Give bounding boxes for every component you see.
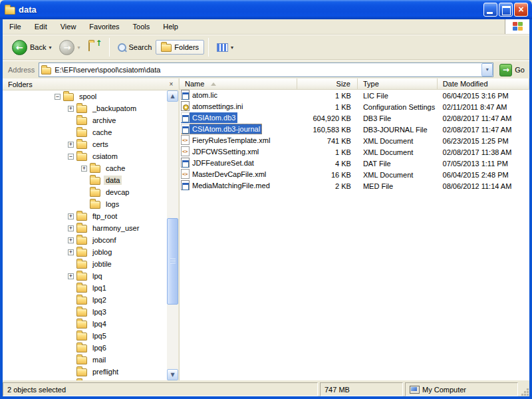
tree-item-spool[interactable]: −spool xyxy=(3,90,167,102)
tree-item-ftp_root[interactable]: +ftp_root xyxy=(3,210,167,222)
menu-file[interactable]: File xyxy=(3,19,28,34)
tree-item-lpq5[interactable]: −lpq5 xyxy=(3,330,167,342)
views-dropdown-icon[interactable]: ▾ xyxy=(231,45,233,51)
file-name-wrap[interactable]: JDFCWSSetting.xml xyxy=(181,146,261,157)
tree-item-cache[interactable]: −cache xyxy=(3,126,167,138)
tree-item-data[interactable]: −data xyxy=(3,174,167,186)
scroll-down-icon[interactable]: ▼ xyxy=(167,369,178,380)
tree-item-jobtile[interactable]: −jobtile xyxy=(3,258,167,270)
address-dropdown-icon[interactable]: ▾ xyxy=(481,63,493,76)
tree-scrollbar[interactable]: ▲ ▼ xyxy=(167,90,178,380)
file-name: JDFFeatureSet.dat xyxy=(192,159,254,167)
go-button[interactable]: → Go xyxy=(497,63,527,77)
file-name-wrap[interactable]: FieryRulesTemplate.xml xyxy=(181,135,272,146)
tree-item-_backupatom[interactable]: +_backupatom xyxy=(3,102,167,114)
sort-ascending-icon xyxy=(211,82,216,86)
tree-item-cache[interactable]: +cache xyxy=(3,162,167,174)
tree-item-preflight[interactable]: −preflight xyxy=(3,366,167,378)
expand-plus-icon[interactable]: + xyxy=(68,249,74,255)
menu-edit[interactable]: Edit xyxy=(28,19,54,34)
tree-item-lpq1[interactable]: −lpq1 xyxy=(3,282,167,294)
file-row[interactable]: CSIAtom.db3-journal160,583 KBDB3-JOURNAL… xyxy=(180,124,529,135)
status-selection: 2 objects selected xyxy=(3,382,318,396)
my-computer-icon xyxy=(410,386,419,394)
column-header-date-modified[interactable]: Date Modified xyxy=(438,78,529,89)
file-name-wrap[interactable]: CSIAtom.db3 xyxy=(181,112,237,123)
tree-item-lpq6[interactable]: −lpq6 xyxy=(3,342,167,354)
tree-item-label: cache xyxy=(90,128,114,137)
tree-item-label: lpq xyxy=(90,271,104,281)
scroll-up-icon[interactable]: ▲ xyxy=(167,90,178,102)
tree-item-lpq[interactable]: +lpq xyxy=(3,270,167,282)
expand-plus-icon[interactable]: + xyxy=(81,166,87,172)
address-path[interactable]: E:\EFI\server\spool\csiatom\data xyxy=(55,66,481,74)
file-row[interactable]: JDFFeatureSet.dat4 KBDAT File07/05/2013 … xyxy=(180,158,529,169)
expand-plus-icon[interactable]: + xyxy=(68,225,74,231)
file-row[interactable]: MasterDevCapFile.xml16 KBXML Document06/… xyxy=(180,169,529,180)
folder-icon xyxy=(76,356,87,364)
folder-icon xyxy=(76,117,87,125)
file-name-wrap[interactable]: JDFFeatureSet.dat xyxy=(181,158,256,168)
menu-view[interactable]: View xyxy=(54,19,83,34)
resize-grip[interactable] xyxy=(520,382,529,396)
tree-item-lpq2[interactable]: −lpq2 xyxy=(3,294,167,306)
tree-item-jobconf[interactable]: +jobconf xyxy=(3,234,167,246)
views-button[interactable]: ▾ xyxy=(213,41,237,54)
column-header-size[interactable]: Size xyxy=(297,78,358,89)
forward-button[interactable]: → ▾ xyxy=(55,38,84,57)
column-header-type[interactable]: Type xyxy=(358,78,438,89)
tree-item-csiatom[interactable]: −csiatom xyxy=(3,150,167,162)
file-name: MasterDevCapFile.xml xyxy=(192,170,266,178)
tree-item-archive[interactable]: −archive xyxy=(3,114,167,126)
up-button[interactable]: ↑ xyxy=(84,41,105,54)
file-row[interactable]: FieryRulesTemplate.xml741 KBXML Document… xyxy=(180,135,529,146)
tree-item-lpq4[interactable]: −lpq4 xyxy=(3,318,167,330)
file-row[interactable]: atom.lic1 KBLIC File06/04/2015 3:16 PM xyxy=(180,90,529,101)
file-name-wrap[interactable]: atomsettings.ini xyxy=(181,101,245,112)
folders-label: Folders xyxy=(174,43,199,51)
close-button[interactable]: × xyxy=(514,3,528,17)
tree-item-harmony_user[interactable]: +harmony_user xyxy=(3,222,167,234)
file-name-wrap[interactable]: atom.lic xyxy=(181,90,219,100)
back-dropdown-icon[interactable]: ▾ xyxy=(49,45,51,51)
address-input[interactable]: E:\EFI\server\spool\csiatom\data ▾ xyxy=(39,63,493,77)
expand-plus-icon[interactable]: + xyxy=(68,237,74,243)
minimize-button[interactable] xyxy=(483,3,497,17)
tree-item-label: joblog xyxy=(90,247,114,257)
menu-help[interactable]: Help xyxy=(156,19,185,34)
back-button[interactable]: ← Back ▾ xyxy=(8,38,55,57)
collapse-minus-icon[interactable]: − xyxy=(68,154,74,160)
expand-plus-icon[interactable]: + xyxy=(68,273,74,279)
expand-plus-icon[interactable]: + xyxy=(68,142,74,148)
tree-item-lpq3[interactable]: −lpq3 xyxy=(3,306,167,318)
collapse-minus-icon[interactable]: − xyxy=(55,94,61,100)
file-row[interactable]: atomsettings.ini1 KBConfiguration Settin… xyxy=(180,101,529,112)
search-button[interactable]: Search xyxy=(114,41,156,54)
file-row[interactable]: MediaMatchingFile.med2 KBMED File08/06/2… xyxy=(180,180,529,192)
folder-icon xyxy=(76,261,87,269)
expand-plus-icon[interactable]: + xyxy=(68,213,74,219)
windows-logo-block xyxy=(505,19,529,34)
folders-pane-close-icon[interactable]: × xyxy=(166,80,176,89)
menu-favorites[interactable]: Favorites xyxy=(82,19,126,34)
tree-item-label: devcap xyxy=(104,188,131,197)
folders-button[interactable]: Folders xyxy=(156,40,204,55)
maximize-button[interactable] xyxy=(499,3,513,17)
file-name-wrap[interactable]: MasterDevCapFile.xml xyxy=(181,169,268,180)
folder-icon xyxy=(76,105,87,113)
tree-item-logs[interactable]: −logs xyxy=(3,198,167,210)
menu-bar: FileEditViewFavoritesToolsHelp xyxy=(3,19,529,35)
column-header-name[interactable]: Name xyxy=(180,78,297,89)
tree-item-mail[interactable]: −mail xyxy=(3,354,167,366)
file-name-wrap[interactable]: MediaMatchingFile.med xyxy=(181,180,272,191)
expand-plus-icon[interactable]: + xyxy=(68,106,74,112)
forward-dropdown-icon[interactable]: ▾ xyxy=(77,45,80,51)
tree-item-certs[interactable]: +certs xyxy=(3,138,167,150)
menu-tools[interactable]: Tools xyxy=(126,19,157,34)
file-name-wrap[interactable]: CSIAtom.db3-journal xyxy=(181,124,262,134)
scrollbar-thumb[interactable] xyxy=(167,218,178,305)
file-row[interactable]: CSIAtom.db3604,920 KBDB3 File02/08/2017 … xyxy=(180,112,529,124)
file-row[interactable]: JDFCWSSetting.xml1 KBXML Document02/08/2… xyxy=(180,146,529,158)
tree-item-devcap[interactable]: −devcap xyxy=(3,186,167,198)
tree-item-joblog[interactable]: +joblog xyxy=(3,246,167,258)
